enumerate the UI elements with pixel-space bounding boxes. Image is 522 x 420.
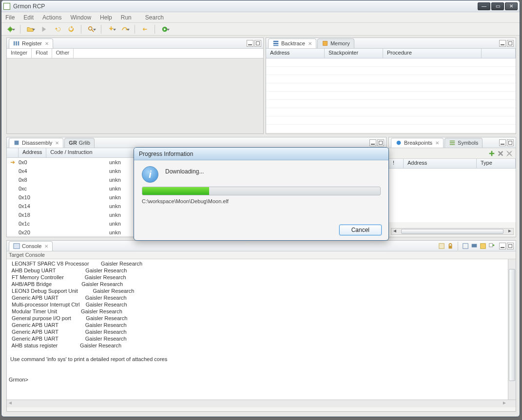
maximize-view-icon[interactable] — [507, 139, 514, 146]
refresh-icon[interactable] — [65, 24, 77, 35]
clear-console-icon[interactable] — [438, 243, 445, 249]
horizontal-scrollbar[interactable] — [391, 228, 514, 235]
backtrace-grid — [266, 58, 516, 133]
svg-rect-16 — [450, 142, 455, 143]
progress-path: C:\workspace\Moon\Debug\Moon.elf — [134, 195, 388, 207]
svg-rect-19 — [439, 243, 445, 248]
minimize-view-icon[interactable] — [499, 40, 506, 47]
tab-breakpoints[interactable]: Breakpoints ✕ — [391, 138, 444, 148]
console-icon — [13, 243, 20, 249]
undo-icon[interactable] — [52, 24, 63, 35]
add-icon[interactable] — [488, 150, 495, 157]
titlebar: Grmon RCP — ▭ ✕ — [1, 0, 520, 12]
minimize-view-icon[interactable] — [247, 40, 253, 47]
subtab-integer[interactable]: Integer — [7, 49, 32, 58]
chip-icon — [13, 139, 20, 146]
column-stackpointer[interactable]: Stackpointer — [325, 49, 383, 58]
minimize-view-icon[interactable] — [369, 139, 376, 146]
tab-label: Register — [22, 40, 42, 46]
column-address[interactable]: Address — [404, 159, 477, 168]
tab-console[interactable]: Console ✕ — [9, 241, 53, 251]
tab-disassembly[interactable]: Disassembly ✕ — [9, 138, 63, 148]
debug-icon[interactable] — [4, 24, 16, 35]
column-type[interactable]: Type — [477, 159, 516, 168]
tab-label: Backtrace — [281, 40, 305, 46]
play-icon[interactable] — [38, 24, 50, 35]
svg-rect-24 — [489, 243, 493, 247]
horizontal-scrollbar[interactable] — [7, 400, 516, 407]
close-button[interactable]: ✕ — [505, 2, 518, 10]
tab-label: Console — [22, 243, 41, 249]
maximize-view-icon[interactable] — [507, 243, 514, 249]
console-text: LEON3FT SPARC V8 Processor Gaisler Resea… — [9, 260, 514, 383]
address-cell: 0x20 — [19, 229, 109, 235]
column-enabled[interactable]: ! — [389, 159, 404, 168]
svg-rect-18 — [14, 244, 19, 249]
column-marker — [7, 148, 19, 157]
column-address[interactable]: Address — [19, 148, 46, 157]
remove-icon[interactable] — [497, 150, 504, 157]
new-console-icon[interactable] — [488, 243, 495, 249]
tab-register[interactable]: Register ✕ — [9, 38, 53, 48]
memory-icon — [322, 40, 329, 47]
tab-memory[interactable]: Memory — [317, 38, 354, 48]
pin-icon[interactable] — [462, 243, 469, 249]
maximize-view-icon[interactable] — [254, 40, 261, 47]
menu-run[interactable]: Run — [121, 14, 132, 21]
console-body[interactable]: LEON3FT SPARC V8 Processor Gaisler Resea… — [7, 259, 516, 400]
menu-help[interactable]: Help — [100, 14, 112, 21]
subtab-other[interactable]: Other — [52, 49, 74, 58]
window-title: Grmon RCP — [13, 3, 478, 10]
tab-label: Disassembly — [22, 140, 52, 146]
breakpoints-panel: Breakpoints ✕ Symbols ! Address Type — [388, 137, 516, 237]
tab-backtrace[interactable]: Backtrace ✕ — [268, 38, 316, 48]
open-console-icon[interactable] — [480, 243, 486, 249]
column-procedure[interactable]: Procedure — [383, 49, 482, 58]
address-cell: 0x1c — [19, 221, 109, 227]
breakpoint-icon — [395, 139, 402, 146]
menu-window[interactable]: Window — [70, 14, 91, 21]
maximize-view-icon[interactable] — [507, 40, 514, 47]
close-icon[interactable]: ✕ — [308, 41, 312, 46]
vertical-scrollbar[interactable] — [508, 259, 516, 400]
svg-rect-13 — [15, 141, 19, 145]
minimize-view-icon[interactable] — [499, 139, 506, 146]
menu-actions[interactable]: Actions — [42, 14, 61, 21]
svg-rect-6 — [14, 41, 15, 46]
run-last-icon[interactable] — [159, 24, 171, 35]
subtab-float[interactable]: Float — [32, 49, 52, 58]
svg-rect-22 — [472, 244, 477, 247]
close-icon[interactable]: ✕ — [44, 244, 48, 249]
step-return-icon[interactable] — [139, 24, 151, 35]
close-icon[interactable]: ✕ — [55, 140, 59, 146]
svg-rect-17 — [450, 144, 455, 145]
cancel-button[interactable]: Cancel — [339, 225, 382, 235]
minimize-button[interactable]: — — [478, 2, 490, 10]
minimize-view-icon[interactable] — [499, 243, 506, 249]
column-address[interactable]: Address — [266, 49, 325, 58]
open-folder-icon[interactable] — [24, 24, 36, 35]
display-icon[interactable] — [471, 243, 478, 249]
backtrace-panel: Backtrace ✕ Memory Address Stackpointer … — [266, 38, 516, 134]
lock-scroll-icon[interactable] — [447, 243, 454, 249]
close-icon[interactable]: ✕ — [435, 140, 439, 146]
step-over-icon[interactable] — [119, 24, 131, 35]
separator — [458, 242, 458, 250]
close-icon[interactable]: ✕ — [45, 41, 49, 46]
maximize-button[interactable]: ▭ — [491, 2, 504, 10]
svg-point-14 — [397, 141, 401, 145]
menu-edit[interactable]: Edit — [23, 14, 34, 21]
svg-point-3 — [89, 26, 92, 30]
dialog-message: Downloading... — [165, 166, 204, 183]
menu-search[interactable]: Search — [145, 14, 164, 21]
search-icon[interactable] — [85, 24, 97, 35]
maximize-view-icon[interactable] — [377, 139, 384, 146]
tab-grlib[interactable]: GR Grlib — [64, 138, 95, 148]
step-into-icon[interactable] — [105, 24, 117, 35]
tab-label: Breakpoints — [404, 140, 432, 146]
info-icon: i — [142, 166, 158, 183]
svg-rect-20 — [449, 246, 452, 248]
remove-all-icon[interactable] — [506, 150, 513, 157]
tab-symbols[interactable]: Symbols — [445, 138, 483, 148]
menu-file[interactable]: File — [5, 14, 15, 21]
